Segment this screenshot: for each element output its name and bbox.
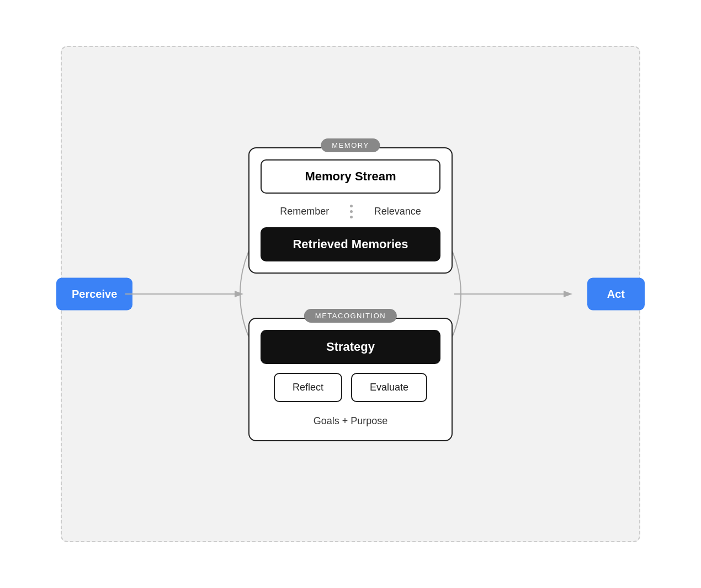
dotted-divider	[350, 205, 353, 218]
reflect-text: Reflect	[293, 382, 323, 393]
reflect-box: Reflect	[274, 373, 342, 402]
reflect-evaluate-row: Reflect Evaluate	[261, 373, 440, 402]
dot-1	[350, 205, 353, 207]
memory-card-label: MEMORY	[321, 138, 380, 152]
perceive-to-memory-arrow	[125, 288, 247, 300]
memory-middle-row: Remember Relevance	[261, 202, 440, 227]
memory-to-act-arrow	[454, 288, 576, 300]
perceive-label: Perceive	[72, 288, 117, 300]
center-content: MEMORY Memory Stream Remember Relevance …	[248, 147, 453, 441]
retrieved-memories-text: Retrieved Memories	[293, 237, 408, 251]
memory-card: MEMORY Memory Stream Remember Relevance …	[248, 147, 453, 274]
evaluate-text: Evaluate	[370, 382, 408, 393]
relevance-label: Relevance	[374, 206, 421, 217]
main-diagram: Perceive Act	[61, 46, 640, 542]
perceive-button[interactable]: Perceive	[56, 278, 132, 311]
evaluate-box: Evaluate	[351, 373, 427, 402]
memory-stream-box: Memory Stream	[261, 159, 440, 194]
dot-2	[350, 210, 353, 213]
metacognition-card: METACOGNITION Strategy Reflect Evaluate …	[248, 318, 453, 441]
memory-stream-text: Memory Stream	[305, 169, 396, 183]
goals-purpose-text: Goals + Purpose	[261, 411, 440, 429]
act-button[interactable]: Act	[587, 278, 645, 311]
metacognition-card-label: METACOGNITION	[304, 309, 397, 323]
strategy-box: Strategy	[261, 330, 440, 364]
dot-3	[350, 216, 353, 218]
act-label: Act	[607, 288, 625, 300]
strategy-text: Strategy	[326, 340, 375, 354]
retrieved-memories-box: Retrieved Memories	[261, 227, 440, 261]
remember-label: Remember	[280, 206, 329, 217]
